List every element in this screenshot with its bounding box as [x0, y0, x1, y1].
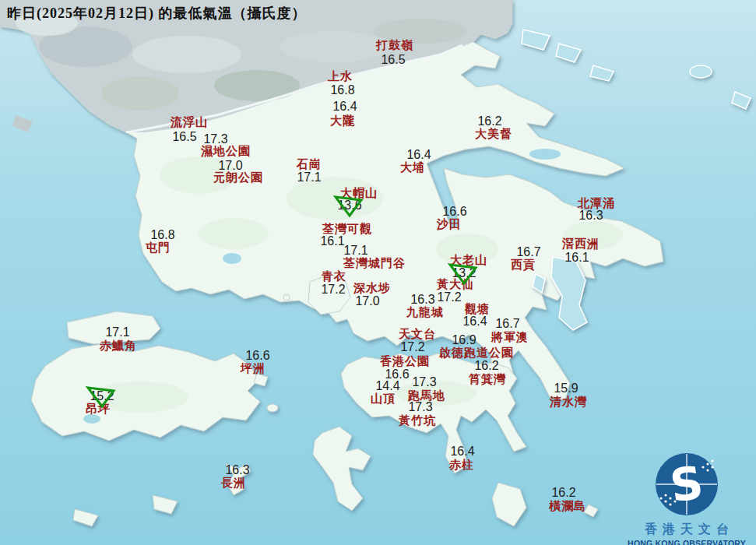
station-name: 赤柱: [449, 459, 474, 471]
station-value: 16.2: [551, 487, 575, 499]
station-value: 16.7: [516, 246, 540, 258]
station-name: 沙田: [437, 219, 462, 230]
station-value: 17.1: [343, 244, 367, 257]
station-value: 16.6: [442, 206, 466, 218]
station-value: 16.3: [225, 464, 249, 476]
station-value: 16.2: [474, 360, 498, 372]
station-value: 16.4: [332, 100, 357, 113]
station-name: 天文台: [399, 329, 436, 340]
station-name: 大隴: [330, 115, 355, 127]
station-name: 赤鱲角: [100, 340, 137, 352]
station-value: 16.4: [406, 149, 431, 161]
station-value: 16.2: [477, 115, 501, 128]
station-value: 17.2: [400, 341, 424, 353]
ma-wan-island: [283, 294, 290, 301]
station-name: 大美督: [475, 128, 512, 140]
station-value: 17.3: [408, 401, 432, 413]
station-value: 17.2: [437, 291, 461, 304]
station-name: 大老山: [450, 255, 487, 266]
station-value: 16.1: [564, 251, 589, 264]
station-value: 16.9: [452, 334, 476, 346]
hko-logo-icon: S: [621, 452, 753, 517]
station-value: 14.4: [375, 380, 399, 392]
station-value: 17.3: [412, 376, 436, 389]
station-value: 16.5: [172, 131, 196, 143]
map-title: 昨日(2025年02月12日) 的最低氣溫（攝氏度）: [7, 4, 307, 23]
station-name: 荃灣可觀: [322, 223, 372, 235]
station-name: 橫瀾島: [549, 501, 586, 512]
station-value: 16.4: [450, 445, 474, 458]
station-value: 16.8: [150, 229, 174, 241]
hei-ling-chau-island: [267, 404, 278, 412]
hko-logo-english-name: HONG KONG OBSERVATORY: [621, 539, 753, 545]
station-name: 清水灣: [550, 396, 587, 408]
station-name: 坪洲: [241, 363, 265, 374]
station-name: 山頂: [371, 393, 396, 405]
station-value: 17.1: [105, 326, 129, 339]
station-value: 17.0: [355, 295, 379, 308]
station-name: 元朗公園: [213, 172, 263, 184]
station-name: 黃竹坑: [399, 415, 436, 427]
station-name: 石崗: [297, 159, 322, 171]
station-value: 15.9: [554, 382, 578, 395]
station-name: 濕地公園: [201, 146, 251, 157]
station-value: 17.0: [218, 160, 242, 172]
station-name: 啟德跑道公園: [439, 347, 514, 359]
station-value: 17.3: [203, 133, 227, 146]
station-name: 深水埗: [353, 283, 391, 294]
station-value: 17.1: [297, 171, 321, 184]
station-name: 打鼓嶺: [376, 40, 413, 51]
station-value: 15.2: [90, 390, 114, 403]
station-value: 16.3: [410, 294, 434, 306]
station-name: 長洲: [221, 477, 246, 489]
station-name: 大帽山: [340, 188, 378, 199]
station-name: 香港公園: [380, 356, 430, 367]
station-name: 昂坪: [86, 403, 111, 415]
station-value: 16.7: [495, 318, 519, 330]
station-name: 上水: [328, 71, 353, 83]
station-name: 北潭涌: [578, 198, 615, 209]
station-name: 九龍城: [406, 307, 444, 318]
min-temperature-map: 昨日(2025年02月12日) 的最低氣溫（攝氏度） 打鼓嶺16.5上水16.8…: [0, 0, 756, 545]
hko-logo: S 香港天文台 HONG KONG OBSERVATORY: [621, 452, 753, 543]
station-value: 17.2: [321, 283, 345, 296]
station-value: 13.6: [337, 199, 361, 212]
station-name: 將軍澳: [491, 332, 529, 343]
station-name: 大埔: [400, 162, 425, 174]
station-value: 16.3: [578, 209, 603, 222]
station-name: 黃大仙: [437, 279, 474, 290]
station-name: 屯門: [146, 242, 171, 254]
station-name: 荃灣城門谷: [343, 258, 406, 269]
station-name: 流浮山: [171, 117, 208, 128]
station-name: 筲箕灣: [469, 374, 506, 385]
station-value: 16.8: [330, 84, 354, 97]
station-name: 西貢: [511, 259, 536, 271]
station-value: 16.4: [462, 315, 487, 328]
station-value: 16.1: [320, 235, 344, 248]
station-name: 觀塘: [465, 304, 490, 315]
mirs-bay-island: [690, 65, 712, 78]
station-name: 青衣: [322, 271, 346, 283]
hko-logo-chinese-name: 香港天文台: [621, 522, 753, 538]
station-value: 16.5: [381, 54, 405, 66]
station-name: 滘西洲: [562, 238, 600, 250]
station-value: 16.6: [245, 350, 269, 362]
